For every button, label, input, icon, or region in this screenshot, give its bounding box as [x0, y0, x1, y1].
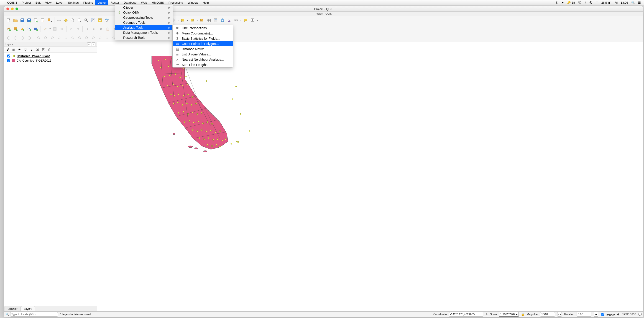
menu-project[interactable]: Project — [19, 0, 33, 5]
bluetooth-icon[interactable]: ᚼ — [584, 1, 586, 4]
vector-submenu: Clipper▶ ✲Quick OSM▶ Geoprocessing Tools… — [115, 5, 173, 5]
wifi-icon[interactable]: ⦿ — [589, 1, 592, 4]
menu-web[interactable]: Web — [139, 0, 150, 5]
airplay-icon[interactable]: ▢ — [596, 1, 598, 4]
spotlight-icon[interactable]: 🔍 — [631, 1, 635, 4]
shield-icon[interactable]: ⑤ — [556, 1, 558, 4]
menu-processing[interactable]: Processing — [166, 0, 185, 5]
battery-status[interactable]: 28% ▮▯ — [602, 1, 612, 4]
menu-layer[interactable]: Layer — [54, 0, 66, 5]
menu-view[interactable]: View — [43, 0, 54, 5]
app-name[interactable]: QGIS 3 — [5, 1, 19, 4]
menu-database[interactable]: Database — [122, 0, 139, 5]
cursor-icon[interactable]: ➤ — [561, 1, 564, 4]
mac-menubar: QGIS 3 Project Edit View Layer Settings … — [0, 0, 644, 5]
menu-help[interactable]: Help — [200, 0, 211, 5]
keychain-count[interactable]: 🔑58 — [567, 1, 575, 4]
menu-vector[interactable]: Vector — [95, 0, 108, 5]
mac-status-area: ⑤ ➤ 🔑58 ⓘ ᚼ ⦿ ▢ 28% ▮▯ Fri 13:06 🔍 ☰ — [556, 1, 642, 5]
menu-mmqgis[interactable]: MMQGIS — [150, 0, 166, 5]
accessibility-icon[interactable]: ⓘ — [578, 1, 581, 5]
menu-raster[interactable]: Raster — [108, 0, 122, 5]
vector-menu-clipper[interactable]: Clipper▶ — [115, 5, 172, 5]
menu-settings[interactable]: Settings — [66, 0, 81, 5]
control-center-icon[interactable]: ☰ — [638, 1, 641, 4]
menu-plugins[interactable]: Plugins — [81, 0, 96, 5]
menu-edit[interactable]: Edit — [33, 0, 43, 5]
menu-window[interactable]: Window — [185, 0, 200, 5]
clock[interactable]: Fri 13:06 — [614, 1, 628, 4]
